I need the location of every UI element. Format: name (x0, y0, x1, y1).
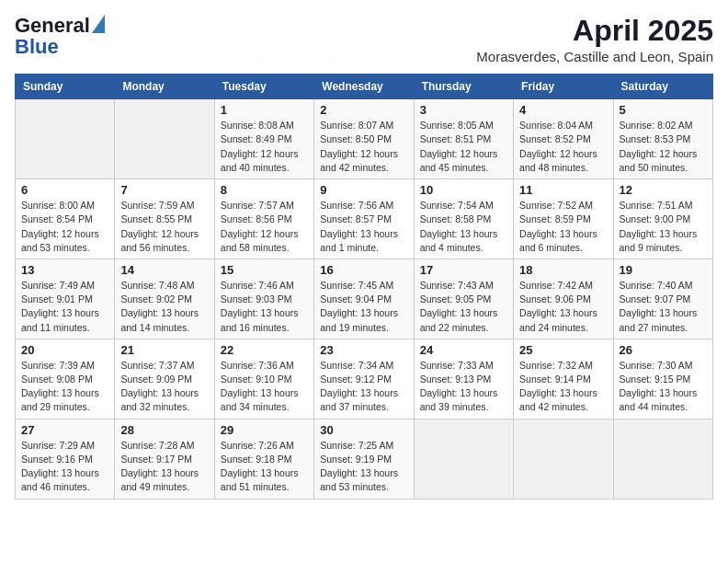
day-info: Sunrise: 7:32 AMSunset: 9:14 PMDaylight:… (519, 359, 607, 415)
calendar-week-row: 20Sunrise: 7:39 AMSunset: 9:08 PMDayligh… (16, 339, 713, 419)
calendar-day-cell: 10Sunrise: 7:54 AMSunset: 8:58 PMDayligh… (414, 179, 513, 259)
location-title: Morasverdes, Castille and Leon, Spain (476, 49, 713, 64)
day-info: Sunrise: 7:34 AMSunset: 9:12 PMDaylight:… (320, 359, 407, 415)
day-number: 28 (120, 423, 208, 437)
calendar-day-cell: 26Sunrise: 7:30 AMSunset: 9:15 PMDayligh… (613, 339, 712, 419)
day-info: Sunrise: 8:00 AMSunset: 8:54 PMDaylight:… (21, 199, 108, 255)
calendar-day-cell: 12Sunrise: 7:51 AMSunset: 9:00 PMDayligh… (613, 179, 712, 259)
day-info: Sunrise: 7:39 AMSunset: 9:08 PMDaylight:… (21, 359, 108, 415)
day-number: 21 (120, 343, 208, 357)
day-info: Sunrise: 7:54 AMSunset: 8:58 PMDaylight:… (420, 199, 507, 255)
calendar-day-cell: 9Sunrise: 7:56 AMSunset: 8:57 PMDaylight… (314, 179, 414, 259)
day-info: Sunrise: 7:33 AMSunset: 9:13 PMDaylight:… (420, 359, 507, 415)
month-title: April 2025 (476, 15, 713, 47)
calendar-week-row: 1Sunrise: 8:08 AMSunset: 8:49 PMDaylight… (16, 99, 713, 179)
calendar-day-cell (115, 99, 214, 179)
day-number: 13 (21, 263, 108, 277)
weekday-header-row: SundayMondayTuesdayWednesdayThursdayFrid… (16, 75, 713, 99)
day-info: Sunrise: 7:49 AMSunset: 9:01 PMDaylight:… (21, 279, 108, 335)
calendar-day-cell: 25Sunrise: 7:32 AMSunset: 9:14 PMDayligh… (514, 339, 613, 419)
day-info: Sunrise: 7:57 AMSunset: 8:56 PMDaylight:… (221, 199, 308, 255)
calendar-week-row: 13Sunrise: 7:49 AMSunset: 9:01 PMDayligh… (16, 259, 713, 339)
day-number: 8 (221, 183, 308, 197)
calendar-day-cell: 30Sunrise: 7:25 AMSunset: 9:19 PMDayligh… (314, 419, 414, 499)
calendar-day-cell: 17Sunrise: 7:43 AMSunset: 9:05 PMDayligh… (414, 259, 513, 339)
day-number: 27 (21, 423, 108, 437)
calendar-day-cell: 13Sunrise: 7:49 AMSunset: 9:01 PMDayligh… (16, 259, 115, 339)
day-info: Sunrise: 7:25 AMSunset: 9:19 PMDaylight:… (320, 439, 407, 495)
calendar-day-cell (613, 419, 712, 499)
day-number: 11 (519, 183, 607, 197)
day-info: Sunrise: 7:59 AMSunset: 8:55 PMDaylight:… (120, 199, 208, 255)
day-number: 5 (620, 103, 707, 117)
weekday-header-cell: Thursday (414, 75, 513, 99)
weekday-header-cell: Saturday (613, 75, 712, 99)
day-number: 2 (320, 103, 407, 117)
svg-marker-0 (92, 15, 105, 33)
calendar-day-cell (414, 419, 513, 499)
weekday-header-cell: Wednesday (314, 75, 414, 99)
logo-blue-text: Blue (15, 37, 59, 57)
calendar-day-cell: 11Sunrise: 7:52 AMSunset: 8:59 PMDayligh… (514, 179, 613, 259)
day-number: 30 (320, 423, 407, 437)
day-info: Sunrise: 7:28 AMSunset: 9:17 PMDaylight:… (120, 439, 208, 495)
day-number: 7 (120, 183, 208, 197)
calendar-day-cell: 21Sunrise: 7:37 AMSunset: 9:09 PMDayligh… (115, 339, 214, 419)
logo-triangle-icon (92, 15, 105, 37)
day-number: 12 (620, 183, 707, 197)
day-info: Sunrise: 7:37 AMSunset: 9:09 PMDaylight:… (120, 359, 208, 415)
day-info: Sunrise: 7:51 AMSunset: 9:00 PMDaylight:… (620, 199, 707, 255)
calendar-day-cell (514, 419, 613, 499)
calendar-table: SundayMondayTuesdayWednesdayThursdayFrid… (15, 74, 713, 499)
day-number: 24 (420, 343, 507, 357)
day-info: Sunrise: 7:48 AMSunset: 9:02 PMDaylight:… (120, 279, 208, 335)
calendar-day-cell: 14Sunrise: 7:48 AMSunset: 9:02 PMDayligh… (115, 259, 214, 339)
calendar-day-cell: 24Sunrise: 7:33 AMSunset: 9:13 PMDayligh… (414, 339, 513, 419)
day-number: 3 (420, 103, 507, 117)
calendar-day-cell: 8Sunrise: 7:57 AMSunset: 8:56 PMDaylight… (214, 179, 313, 259)
day-info: Sunrise: 8:07 AMSunset: 8:50 PMDaylight:… (320, 119, 407, 175)
calendar-day-cell: 20Sunrise: 7:39 AMSunset: 9:08 PMDayligh… (16, 339, 115, 419)
calendar-day-cell: 23Sunrise: 7:34 AMSunset: 9:12 PMDayligh… (314, 339, 414, 419)
day-number: 1 (221, 103, 308, 117)
day-info: Sunrise: 7:42 AMSunset: 9:06 PMDaylight:… (519, 279, 607, 335)
day-number: 4 (519, 103, 607, 117)
calendar-day-cell: 1Sunrise: 8:08 AMSunset: 8:49 PMDaylight… (214, 99, 313, 179)
day-info: Sunrise: 7:45 AMSunset: 9:04 PMDaylight:… (320, 279, 407, 335)
day-number: 14 (120, 263, 208, 277)
calendar-day-cell: 29Sunrise: 7:26 AMSunset: 9:18 PMDayligh… (214, 419, 313, 499)
day-info: Sunrise: 7:40 AMSunset: 9:07 PMDaylight:… (620, 279, 707, 335)
logo: General Blue (15, 15, 105, 57)
day-info: Sunrise: 8:05 AMSunset: 8:51 PMDaylight:… (420, 119, 507, 175)
day-info: Sunrise: 7:29 AMSunset: 9:16 PMDaylight:… (21, 439, 108, 495)
title-area: April 2025 Morasverdes, Castille and Leo… (476, 15, 713, 64)
calendar-day-cell: 2Sunrise: 8:07 AMSunset: 8:50 PMDaylight… (314, 99, 414, 179)
calendar-day-cell: 16Sunrise: 7:45 AMSunset: 9:04 PMDayligh… (314, 259, 414, 339)
day-info: Sunrise: 8:02 AMSunset: 8:53 PMDaylight:… (620, 119, 707, 175)
day-info: Sunrise: 7:30 AMSunset: 9:15 PMDaylight:… (620, 359, 707, 415)
day-number: 17 (420, 263, 507, 277)
calendar-day-cell: 5Sunrise: 8:02 AMSunset: 8:53 PMDaylight… (613, 99, 712, 179)
day-number: 25 (519, 343, 607, 357)
calendar-day-cell: 3Sunrise: 8:05 AMSunset: 8:51 PMDaylight… (414, 99, 513, 179)
calendar-week-row: 6Sunrise: 8:00 AMSunset: 8:54 PMDaylight… (16, 179, 713, 259)
day-info: Sunrise: 7:36 AMSunset: 9:10 PMDaylight:… (221, 359, 308, 415)
day-number: 20 (21, 343, 108, 357)
weekday-header-cell: Sunday (16, 75, 115, 99)
calendar-day-cell: 22Sunrise: 7:36 AMSunset: 9:10 PMDayligh… (214, 339, 313, 419)
day-info: Sunrise: 7:56 AMSunset: 8:57 PMDaylight:… (320, 199, 407, 255)
calendar-day-cell: 7Sunrise: 7:59 AMSunset: 8:55 PMDaylight… (115, 179, 214, 259)
logo-general-text: General (15, 16, 90, 36)
header: General Blue April 2025 Morasverdes, Cas… (15, 15, 713, 64)
day-number: 6 (21, 183, 108, 197)
day-number: 18 (519, 263, 607, 277)
day-info: Sunrise: 7:43 AMSunset: 9:05 PMDaylight:… (420, 279, 507, 335)
day-number: 22 (221, 343, 308, 357)
calendar-day-cell: 6Sunrise: 8:00 AMSunset: 8:54 PMDaylight… (16, 179, 115, 259)
calendar-day-cell: 18Sunrise: 7:42 AMSunset: 9:06 PMDayligh… (514, 259, 613, 339)
weekday-header-cell: Tuesday (214, 75, 313, 99)
day-number: 10 (420, 183, 507, 197)
calendar-day-cell: 15Sunrise: 7:46 AMSunset: 9:03 PMDayligh… (214, 259, 313, 339)
day-number: 19 (620, 263, 707, 277)
day-info: Sunrise: 7:26 AMSunset: 9:18 PMDaylight:… (221, 439, 308, 495)
